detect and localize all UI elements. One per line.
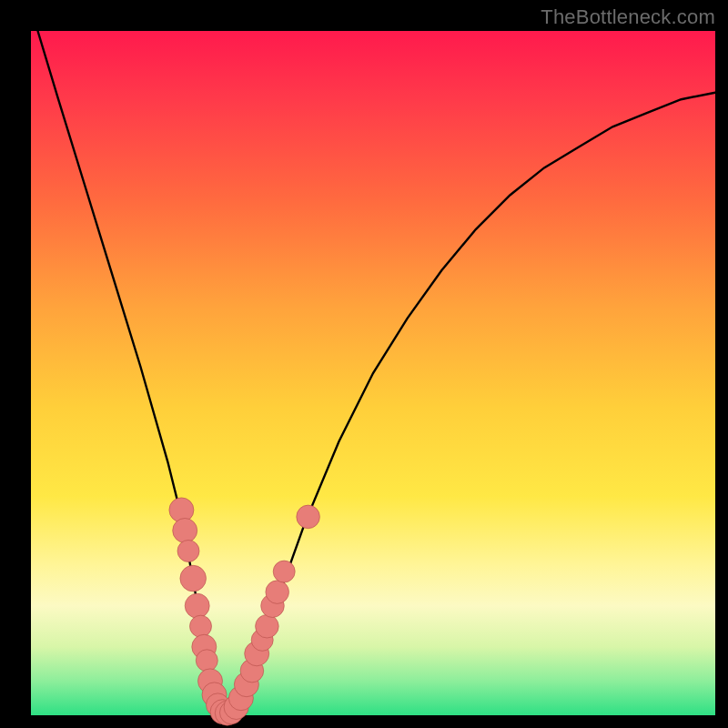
curve-svg: [31, 31, 715, 715]
curve-marker: [173, 519, 197, 543]
curve-marker: [185, 593, 209, 618]
curve-marker: [180, 565, 207, 592]
curve-marker: [297, 505, 320, 529]
curve-marker: [190, 615, 212, 637]
curve-marker: [273, 561, 295, 582]
plot-area: [31, 31, 715, 715]
curve-marker: [256, 614, 279, 638]
chart-frame: TheBottleneck.com: [0, 0, 728, 728]
bottleneck-curve: [38, 31, 716, 715]
curve-marker: [177, 541, 199, 562]
watermark-text: TheBottleneck.com: [541, 5, 715, 29]
curve-markers: [169, 498, 320, 725]
curve-marker: [196, 650, 217, 672]
curve-marker: [266, 581, 289, 604]
